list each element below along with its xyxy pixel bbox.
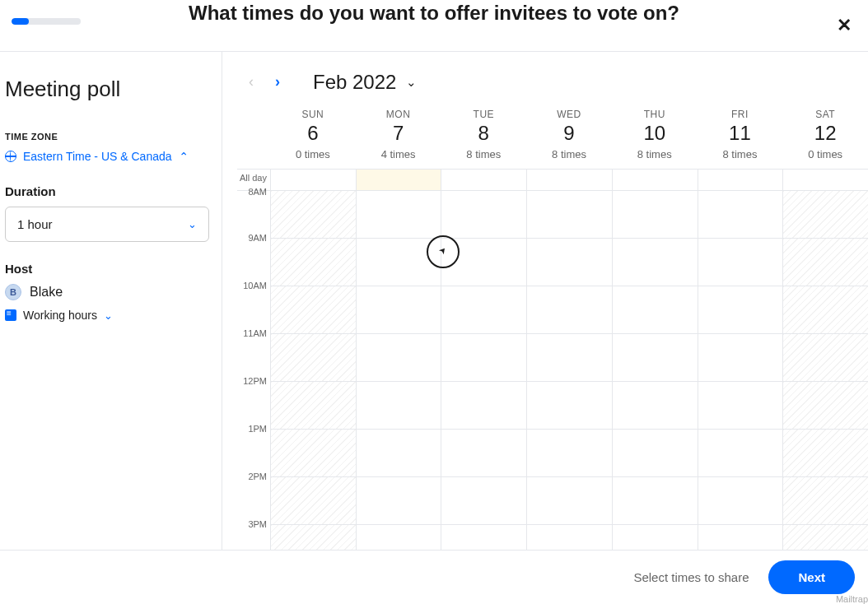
- sidebar: Meeting poll TIME ZONE Eastern Time - US…: [0, 52, 222, 550]
- hour-cell[interactable]: [357, 525, 441, 550]
- hour-cell[interactable]: [441, 477, 526, 525]
- day-times-count: 8 times: [441, 148, 526, 160]
- day-column-thu[interactable]: [612, 170, 698, 550]
- hour-cell[interactable]: [527, 239, 612, 286]
- chevron-left-icon: ‹: [249, 73, 254, 90]
- hour-cell[interactable]: [613, 239, 698, 286]
- close-button[interactable]: ✕: [837, 15, 852, 36]
- day-of-week: FRI: [698, 109, 783, 120]
- hour-cell[interactable]: [357, 334, 441, 382]
- hour-cell[interactable]: [783, 239, 868, 286]
- duration-select[interactable]: 1 hour ⌄: [5, 207, 209, 242]
- hour-cell[interactable]: [783, 430, 868, 477]
- day-header-tue: TUE88 times: [441, 109, 526, 169]
- day-column-sat[interactable]: [782, 170, 868, 550]
- working-hours-selector[interactable]: Working hours ⌄: [5, 309, 217, 322]
- hour-cell[interactable]: [527, 477, 612, 525]
- hour-cell[interactable]: [441, 430, 526, 477]
- hour-cell[interactable]: [441, 334, 526, 382]
- time-label: 8AM: [237, 187, 270, 235]
- month-picker[interactable]: Feb 2022 ⌄: [313, 71, 417, 94]
- next-button[interactable]: Next: [768, 560, 855, 594]
- hour-cell[interactable]: [441, 382, 526, 430]
- prev-week-button[interactable]: ‹: [245, 70, 257, 94]
- hour-cell[interactable]: [271, 430, 356, 477]
- hour-cell[interactable]: [698, 191, 783, 239]
- hour-cell[interactable]: [271, 525, 356, 550]
- hour-cell[interactable]: [357, 430, 441, 477]
- hour-cell[interactable]: [613, 525, 698, 550]
- hour-cell[interactable]: [613, 191, 698, 239]
- hour-cell[interactable]: [698, 525, 783, 550]
- day-column-wed[interactable]: [526, 170, 612, 550]
- hour-cell[interactable]: [357, 239, 441, 286]
- day-of-week: SAT: [782, 109, 868, 120]
- day-times-count: 4 times: [356, 148, 441, 160]
- hour-cell[interactable]: [527, 525, 612, 550]
- day-of-week: TUE: [441, 109, 526, 120]
- day-column-tue[interactable]: [441, 170, 526, 550]
- allday-cell[interactable]: [357, 170, 441, 191]
- calendar-nav: ‹ › Feb 2022 ⌄: [237, 52, 868, 109]
- hour-cell[interactable]: [613, 286, 698, 334]
- footer-hint: Select times to share: [633, 570, 749, 584]
- hour-cell[interactable]: [441, 239, 526, 286]
- host-row: B Blake: [5, 284, 217, 300]
- hour-cell[interactable]: [441, 191, 526, 239]
- hour-cell[interactable]: [357, 477, 441, 525]
- day-header-fri: FRI118 times: [698, 109, 783, 169]
- hour-cell[interactable]: [698, 477, 783, 525]
- hour-cell[interactable]: [783, 286, 868, 334]
- hour-cell[interactable]: [271, 382, 356, 430]
- allday-cell[interactable]: [613, 170, 698, 191]
- allday-cell[interactable]: [698, 170, 783, 191]
- day-column-sun[interactable]: [270, 170, 356, 550]
- watermark: Mailtrap: [836, 594, 868, 604]
- hour-cell[interactable]: [698, 239, 783, 286]
- day-column-mon[interactable]: [356, 170, 441, 550]
- day-header-sat: SAT120 times: [782, 109, 868, 169]
- hour-cell[interactable]: [613, 334, 698, 382]
- chevron-down-icon: ⌄: [188, 218, 197, 230]
- hour-cell[interactable]: [698, 286, 783, 334]
- hour-cell[interactable]: [783, 191, 868, 239]
- hour-cell[interactable]: [527, 382, 612, 430]
- chevron-down-icon: ⌄: [406, 75, 417, 90]
- next-week-button[interactable]: ›: [272, 70, 283, 94]
- day-of-week: MON: [356, 109, 441, 120]
- hour-cell[interactable]: [271, 191, 356, 239]
- hour-cell[interactable]: [271, 286, 356, 334]
- allday-cell[interactable]: [441, 170, 526, 191]
- hour-cell[interactable]: [527, 430, 612, 477]
- day-number: 8: [441, 122, 526, 145]
- day-column-fri[interactable]: [698, 170, 783, 550]
- hour-cell[interactable]: [441, 525, 526, 550]
- hour-cell[interactable]: [271, 477, 356, 525]
- hour-cell[interactable]: [527, 334, 612, 382]
- hour-cell[interactable]: [357, 382, 441, 430]
- hour-cell[interactable]: [271, 334, 356, 382]
- days-grid[interactable]: [270, 170, 868, 550]
- allday-cell[interactable]: [783, 170, 868, 191]
- hour-cell[interactable]: [783, 525, 868, 550]
- hour-cell[interactable]: [357, 286, 441, 334]
- chevron-down-icon: ⌄: [104, 309, 113, 322]
- allday-cell[interactable]: [271, 170, 356, 191]
- hour-cell[interactable]: [527, 286, 612, 334]
- hour-cell[interactable]: [783, 382, 868, 430]
- hour-cell[interactable]: [357, 191, 441, 239]
- hour-cell[interactable]: [613, 382, 698, 430]
- allday-cell[interactable]: [527, 170, 612, 191]
- duration-value: 1 hour: [17, 217, 53, 231]
- hour-cell[interactable]: [613, 430, 698, 477]
- hour-cell[interactable]: [698, 430, 783, 477]
- hour-cell[interactable]: [271, 239, 356, 286]
- hour-cell[interactable]: [527, 191, 612, 239]
- hour-cell[interactable]: [698, 382, 783, 430]
- hour-cell[interactable]: [698, 334, 783, 382]
- hour-cell[interactable]: [441, 286, 526, 334]
- hour-cell[interactable]: [613, 477, 698, 525]
- hour-cell[interactable]: [783, 334, 868, 382]
- timezone-selector[interactable]: Eastern Time - US & Canada ⌄: [5, 150, 217, 163]
- hour-cell[interactable]: [783, 477, 868, 525]
